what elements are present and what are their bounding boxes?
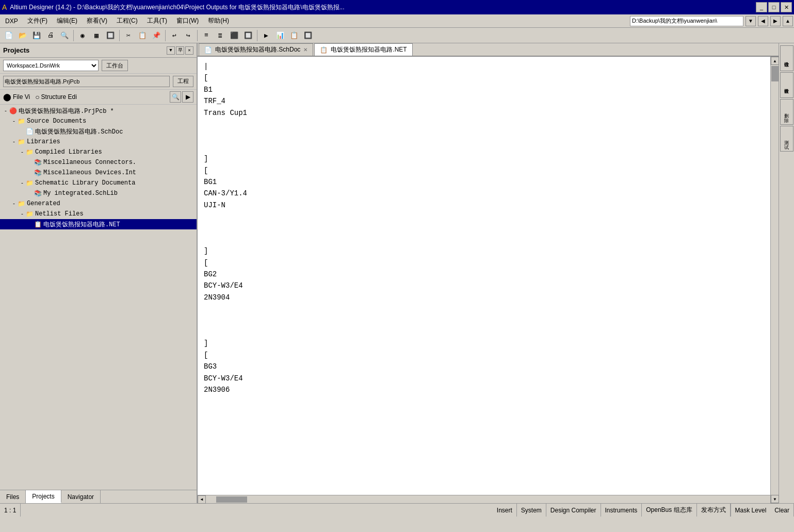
tree-item-netlist_files[interactable]: -📁Netlist Files <box>0 209 197 219</box>
tb-undo[interactable]: ↩ <box>168 29 181 42</box>
tree-item-schlib_docs[interactable]: -📁Schematic Library Documenta <box>0 178 197 188</box>
status-clear[interactable]: Clear <box>770 504 794 517</box>
tree-toggle-compiled[interactable]: - <box>19 149 26 155</box>
menu-edit[interactable]: 编辑(E) <box>53 15 82 27</box>
tb-block2[interactable]: 🔲 <box>241 29 255 42</box>
menu-window[interactable]: 窗口(W) <box>172 15 203 27</box>
tree-label-net_file: 电饭煲饭熟报知器电路.NET <box>43 220 120 229</box>
tree-toggle-source[interactable]: - <box>10 119 18 124</box>
nav-forward[interactable]: ▶ <box>770 16 781 26</box>
tree-toggle-netlist_files[interactable]: - <box>19 211 26 217</box>
tree-label-source: Source Documents <box>27 118 86 125</box>
tb-search[interactable]: 🔍 <box>58 29 71 42</box>
fr-btn-3[interactable]: 删 除 <box>780 99 793 125</box>
tb-redo[interactable]: ↪ <box>182 29 195 42</box>
tb-block1[interactable]: ⬛ <box>228 29 241 42</box>
maximize-button[interactable]: □ <box>768 2 780 12</box>
menu-project[interactable]: 工程(C) <box>112 15 142 27</box>
tree-item-schdoc[interactable]: 📄电饭煲饭熟报知器电路.SchDoc <box>0 126 197 137</box>
expand-btn[interactable]: ▶ <box>182 91 193 103</box>
h-scroll-thumb[interactable] <box>216 496 247 503</box>
structure-view-radio[interactable]: ○ Structure Edi <box>35 93 77 101</box>
tree-item-root[interactable]: -🔴电饭煲饭熟报知器电路.PrjPcb * <box>0 106 197 116</box>
nav-dropdown[interactable]: ▼ <box>746 16 756 26</box>
tree-item-generated[interactable]: -📁Generated <box>0 198 197 209</box>
status-mask-level[interactable]: Mask Level <box>731 504 771 517</box>
project-button[interactable]: 工程 <box>173 76 193 87</box>
file-view-radio[interactable]: ⬤ File Vi <box>3 93 30 101</box>
status-bar: 1 : 1 Insert System Design Compiler Inst… <box>0 503 794 517</box>
tb-sep3 <box>165 30 166 41</box>
panel-pin-btn[interactable]: ▼ <box>167 46 175 55</box>
tree-item-compiled[interactable]: -📁Compiled Libraries <box>0 147 197 157</box>
tab-schdoc[interactable]: 📄 电饭煲饭熟报知器电路.SchDoc ✕ <box>199 43 313 56</box>
tab-files[interactable]: Files <box>0 490 26 503</box>
menu-help[interactable]: 帮助(H) <box>204 15 233 27</box>
tab-net[interactable]: 📋 电饭煲饭熟报知器电路.NET <box>314 43 412 56</box>
status-design-compiler[interactable]: Design Compiler <box>546 504 601 517</box>
tb-circle[interactable]: ◉ <box>76 29 89 42</box>
panel-close-btn[interactable]: ✕ <box>185 46 193 55</box>
tb-copy[interactable]: 📋 <box>136 29 149 42</box>
menu-view[interactable]: 察看(V) <box>83 15 111 27</box>
panel-auto-hide[interactable]: 早 <box>176 46 184 55</box>
close-button[interactable]: ✕ <box>781 2 792 12</box>
tb-square2[interactable]: 🔲 <box>104 29 117 42</box>
tree-toggle-schlib_docs[interactable]: - <box>19 180 26 186</box>
tb-new[interactable]: 📄 <box>2 29 15 42</box>
tb-extra1[interactable]: 📋 <box>287 29 301 42</box>
tab-navigator[interactable]: Navigator <box>61 490 101 503</box>
filter-btn[interactable]: 🔍 <box>170 91 181 103</box>
status-release[interactable]: 发布方式 <box>697 504 731 517</box>
fr-btn-1[interactable]: 综合设计 <box>780 45 793 71</box>
v-scroll-up[interactable]: ▲ <box>771 57 779 65</box>
tree-item-misc_dev[interactable]: 📚Miscellaneous Devices.Int <box>0 168 197 178</box>
workspace-select[interactable]: Workspace1.DsnWrk <box>3 60 99 71</box>
status-instruments[interactable]: Instruments <box>601 504 642 517</box>
tb-open[interactable]: 📂 <box>16 29 29 42</box>
v-scroll-thumb[interactable] <box>771 66 779 81</box>
menu-dxp[interactable]: DXP <box>1 15 22 27</box>
workspace-button[interactable]: 工作台 <box>102 60 128 71</box>
fr-btn-2[interactable]: 设计检查 <box>780 72 793 98</box>
editor-area[interactable]: | [ B1 TRF_4 Trans Cup1 ] [ BG1 CAN-3/Y1… <box>198 57 779 495</box>
tb-paste[interactable]: 📌 <box>150 29 163 42</box>
nav-up[interactable]: ▲ <box>783 16 793 26</box>
status-system[interactable]: System <box>517 504 546 517</box>
tb-extra2[interactable]: 🔲 <box>301 29 315 42</box>
tab-projects[interactable]: Projects <box>26 490 61 503</box>
tb-print[interactable]: 🖨 <box>44 29 57 42</box>
tb-align-right[interactable]: ≣ <box>214 29 227 42</box>
tree-item-net_file[interactable]: 📋电饭煲饭熟报知器电路.NET <box>0 219 197 229</box>
v-scrollbar[interactable]: ▲ ▼ <box>770 57 779 503</box>
h-scroll-track[interactable] <box>206 496 770 503</box>
menu-tools[interactable]: 工具(T) <box>143 15 171 27</box>
nav-back[interactable]: ◀ <box>758 16 768 26</box>
tree-item-source[interactable]: -📁Source Documents <box>0 116 197 126</box>
tb-chart[interactable]: 📊 <box>273 29 287 42</box>
status-openbus[interactable]: OpenBus 组态库 <box>642 504 696 517</box>
tree-item-my_int[interactable]: 📚My integrated.SchLib <box>0 188 197 198</box>
tree-item-libraries[interactable]: -📁Libraries <box>0 137 197 147</box>
project-input[interactable] <box>3 76 170 87</box>
title-bar: A Altium Designer (14.2) - D:\Backup\我的文… <box>0 0 794 14</box>
fr-btn-4[interactable]: 测 试 <box>780 126 793 152</box>
h-scroll-left[interactable]: ◀ <box>198 495 206 504</box>
tree-toggle-libraries[interactable]: - <box>10 139 18 145</box>
tree-icon-my_int: 📚 <box>34 190 42 197</box>
tab-schdoc-close[interactable]: ✕ <box>303 47 307 53</box>
tree-toggle-root[interactable]: - <box>2 108 9 114</box>
v-scroll-down[interactable]: ▼ <box>771 495 779 503</box>
tb-align-left[interactable]: ≡ <box>200 29 213 42</box>
tb-grid[interactable]: ▦ <box>90 29 103 42</box>
tb-cut[interactable]: ✂ <box>122 29 135 42</box>
h-scrollbar[interactable]: ◀ ▶ <box>198 495 779 503</box>
tb-save[interactable]: 💾 <box>30 29 43 42</box>
tree-item-misc_conn[interactable]: 📚Miscellaneous Connectors. <box>0 157 197 168</box>
tree-toggle-generated[interactable]: - <box>10 201 18 207</box>
view-toggle: ⬤ File Vi ○ Structure Edi 🔍 ▶ <box>0 90 197 105</box>
menu-file[interactable]: 文件(F) <box>23 15 52 27</box>
tb-run[interactable]: ▶ <box>260 29 273 42</box>
minimize-button[interactable]: _ <box>756 2 767 12</box>
path-input[interactable] <box>630 16 743 26</box>
